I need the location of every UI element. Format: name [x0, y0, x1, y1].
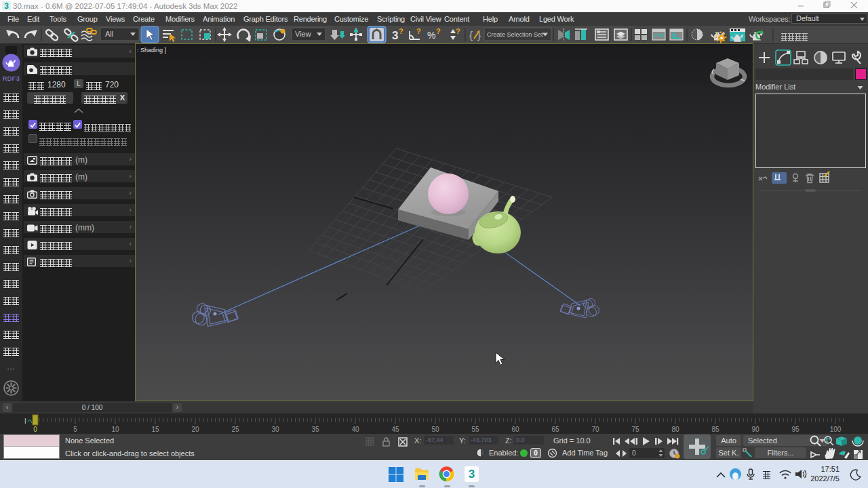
- svg-text:0: 0: [33, 426, 37, 433]
- svg-text:View: View: [295, 30, 311, 38]
- svg-text:30: 30: [271, 426, 279, 433]
- svg-text:?: ?: [416, 27, 421, 35]
- svg-text:55: 55: [471, 426, 479, 433]
- svg-text:3: 3: [4, 1, 9, 11]
- svg-text:60: 60: [511, 426, 519, 433]
- svg-text:85: 85: [711, 426, 719, 433]
- svg-text:25: 25: [231, 426, 239, 433]
- svg-text:?: ?: [456, 27, 460, 35]
- svg-text:100: 100: [830, 426, 842, 433]
- svg-text:95: 95: [791, 426, 800, 433]
- svg-text:?: ?: [399, 27, 403, 35]
- svg-text:20: 20: [191, 426, 199, 433]
- svg-text:Create Selection Set: Create Selection Set: [487, 31, 543, 38]
- svg-text:10: 10: [111, 426, 119, 433]
- svg-text:?: ?: [436, 27, 441, 35]
- svg-text:75: 75: [631, 426, 639, 433]
- svg-text:80: 80: [671, 426, 679, 433]
- svg-text:45: 45: [391, 426, 399, 433]
- svg-text:{: {: [469, 29, 473, 41]
- svg-text:65: 65: [551, 426, 559, 433]
- svg-text:70: 70: [591, 426, 599, 433]
- svg-text:All: All: [105, 30, 113, 38]
- svg-text:I: I: [24, 418, 26, 425]
- svg-text:50: 50: [431, 426, 439, 433]
- svg-text:15: 15: [151, 426, 159, 433]
- svg-text:3: 3: [392, 29, 398, 42]
- svg-text:5: 5: [73, 426, 77, 433]
- svg-text:40: 40: [351, 426, 359, 433]
- svg-text:3: 3: [469, 468, 475, 481]
- svg-text:35: 35: [311, 426, 319, 433]
- svg-text:%: %: [427, 30, 435, 41]
- svg-text:90: 90: [751, 426, 760, 433]
